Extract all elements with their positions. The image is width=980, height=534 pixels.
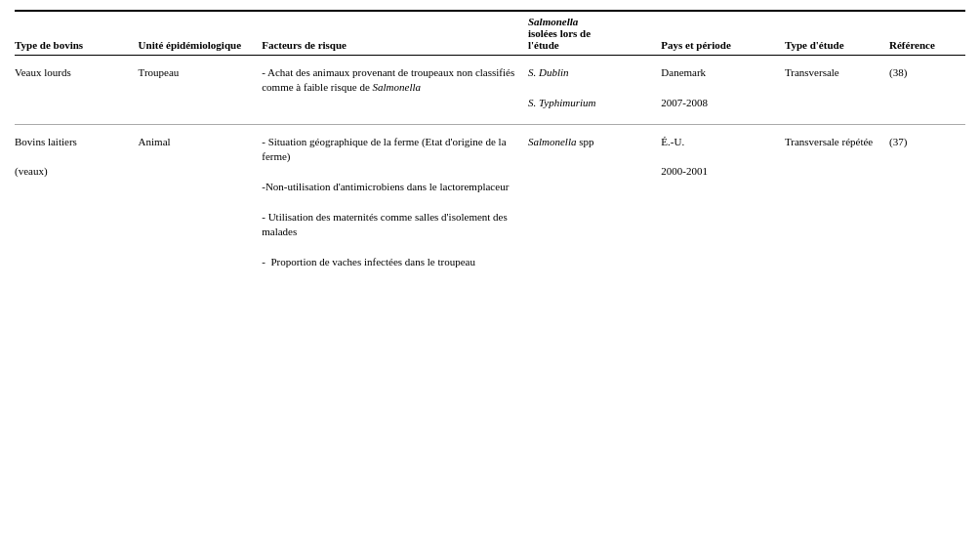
header-type-etude: Type d'étude [785,11,889,56]
cell-facteurs-risque-1: - Achat des animaux provenant de troupea… [262,56,528,115]
salmonella-species-1a: S. Dublin [528,66,569,78]
cell-salmonella-1: S. Dublin S. Typhimurium [528,56,661,115]
header-row: Type de bovins Unité épidémiologique Fac… [15,11,965,56]
table-row: Veaux lourds Troupeau - Achat des animau… [15,56,965,115]
cell-salmonella-2: Salmonella spp [528,124,661,273]
cell-type-bovins-2: Bovins laitiers(veaux) [15,124,139,273]
cell-facteurs-risque-2: - Situation géographique de la ferme (Et… [262,124,528,273]
cell-pays-periode-1: Danemark 2007-2008 [661,56,785,115]
salmonella-italic-1: Salmonella [373,81,422,93]
cell-unite-epid-2: Animal [139,124,263,273]
salmonella-species-2a: Salmonella [528,136,577,147]
table-row: Bovins laitiers(veaux) Animal - Situatio… [15,124,965,273]
header-facteurs-risque: Facteurs de risque [262,11,528,56]
header-salmonella-line3: l'étude [528,39,559,51]
cell-type-etude-1: Transversale [785,56,889,115]
header-pays-periode: Pays et période [661,11,785,56]
header-reference: Référence [889,11,965,56]
header-type-bovins: Type de bovins [15,11,139,56]
salmonella-species-1b: S. Typhimurium [528,97,595,108]
main-container: Type de bovins Unité épidémiologique Fac… [0,0,980,283]
header-salmonella-line2: isolées lors de [528,27,591,39]
data-table: Type de bovins Unité épidémiologique Fac… [15,10,965,273]
cell-pays-periode-2: É.-U.2000-2001 [661,124,785,273]
header-unite-epid: Unité épidémiologique [139,11,263,56]
header-salmonella-line1: Salmonella [528,16,578,27]
cell-reference-1: (38) [889,56,965,115]
cell-reference-2: (37) [889,124,965,273]
header-salmonella: Salmonella isolées lors de l'étude [528,11,661,56]
cell-type-etude-2: Transversale répétée [785,124,889,273]
cell-unite-epid-1: Troupeau [139,56,263,115]
separator-row [15,114,965,124]
cell-type-bovins-1: Veaux lourds [15,56,139,115]
